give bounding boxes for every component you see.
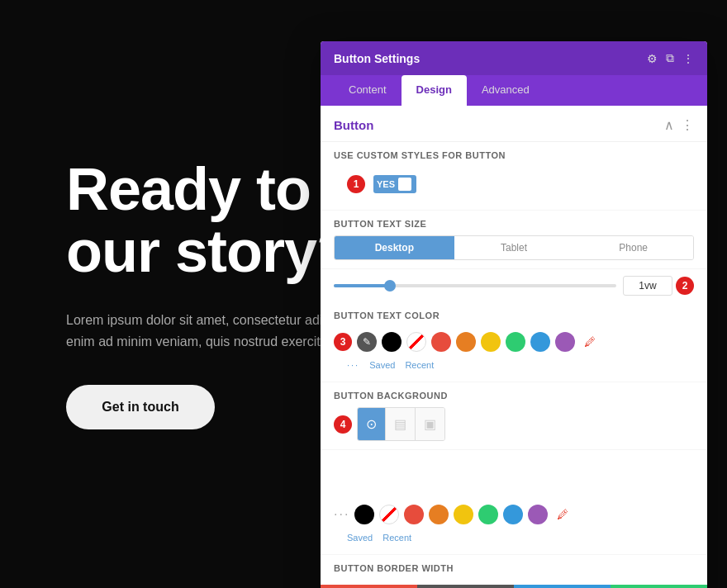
panel-header-icons: ⚙ ⧉ ⋮ (647, 51, 694, 65)
bg-color-swatches-row: ··· 🖉 Saved Recent (321, 450, 707, 555)
bg-color-option[interactable]: ⊙ (358, 408, 386, 440)
bg-gradient-option[interactable]: ▤ (386, 408, 416, 440)
step-badge-1: 1 (347, 175, 365, 193)
saved-label-2[interactable]: Saved (347, 533, 373, 543)
panel-body: Button ∧ ⋮ Use Custom Styles For Button … (321, 106, 707, 585)
border-width-label: Button Border Width (334, 563, 694, 573)
image-icon: ▣ (424, 416, 436, 432)
section-controls: ∧ ⋮ (664, 117, 694, 133)
color-transparent[interactable] (406, 332, 426, 352)
slider-value-box: 1vw 2 (623, 276, 694, 296)
color-green[interactable] (506, 332, 525, 352)
color-black[interactable] (382, 332, 402, 352)
slider-fill (334, 284, 390, 287)
bg-controls: 4 ⊙ ▤ ▣ (334, 407, 694, 441)
panel-title: Button Settings (334, 52, 420, 65)
section-header: Button ∧ ⋮ (321, 106, 707, 142)
bg-color-swatches-wrap: ··· 🖉 (334, 500, 694, 529)
copy-icon[interactable]: ⧉ (666, 51, 674, 65)
save-button[interactable]: ✓ (611, 585, 707, 588)
toggle-row: 1 YES (334, 167, 694, 202)
get-in-touch-button[interactable]: Get in touch (66, 385, 215, 429)
text-size-slider-row: 1vw 2 (321, 269, 707, 302)
bg-label: Button Background (334, 391, 694, 401)
settings-icon[interactable]: ⚙ (647, 52, 658, 65)
cancel-button[interactable]: ✕ (321, 585, 417, 588)
step-badge-2: 2 (676, 277, 694, 295)
bg-color-swatches: 🖉 (354, 500, 573, 529)
device-tab-tablet[interactable]: Tablet (454, 236, 574, 259)
step-badge-3: 3 (334, 333, 352, 351)
color-purple[interactable] (555, 332, 575, 352)
recent-label-2[interactable]: Recent (383, 533, 411, 543)
bg-color-yellow[interactable] (454, 505, 473, 524)
more-dots-1[interactable]: ··· (347, 360, 359, 370)
section-title: Button (334, 118, 373, 132)
custom-styles-row: Use Custom Styles For Button 1 YES (321, 142, 707, 211)
bg-color-black[interactable] (354, 505, 374, 524)
section-more-icon[interactable]: ⋮ (681, 117, 694, 133)
recent-label-1[interactable]: Recent (405, 360, 434, 370)
color-wheel-icon: ⊙ (366, 416, 377, 432)
toggle-switch[interactable]: YES (373, 175, 416, 193)
slider-thumb[interactable] (384, 280, 396, 292)
text-color-label: Button Text Color (334, 311, 694, 320)
saved-recent-bg: Saved Recent (334, 529, 694, 546)
redo-button[interactable]: ↪ (514, 585, 611, 588)
bg-color-blue[interactable] (503, 505, 523, 524)
bg-options: ⊙ ▤ ▣ (357, 407, 445, 441)
tab-content[interactable]: Content (334, 75, 402, 106)
panel-header: Button Settings ⚙ ⧉ ⋮ (321, 41, 707, 75)
bg-picker-icon[interactable]: 🖉 (553, 505, 573, 524)
device-tab-desktop[interactable]: Desktop (335, 236, 454, 259)
button-text-size-row: Button Text Size Desktop Tablet Phone (321, 211, 707, 269)
color-red[interactable] (431, 332, 451, 352)
bg-image-option[interactable]: ▣ (416, 408, 444, 440)
collapse-icon[interactable]: ∧ (664, 117, 674, 133)
color-orange[interactable] (456, 332, 476, 352)
button-background-row: Button Background 4 ⊙ ▤ ▣ (321, 382, 707, 450)
action-bar: ✕ ↩ ↪ ✓ (321, 585, 707, 588)
saved-label-1[interactable]: Saved (369, 360, 395, 370)
panel-tabs: Content Design Advanced (321, 75, 707, 106)
tab-design[interactable]: Design (402, 75, 467, 106)
text-color-controls: 3 ✎ 🖉 (334, 327, 694, 357)
toggle-yes-label: YES (377, 179, 395, 189)
color-blue[interactable] (530, 332, 550, 352)
eyedropper-icon[interactable]: ✎ (357, 332, 377, 352)
device-tabs: Desktop Tablet Phone (334, 235, 694, 260)
bg-color-purple[interactable] (528, 505, 548, 524)
button-text-color-row: Button Text Color 3 ✎ 🖉 (321, 302, 707, 382)
step-badge-4: 4 (334, 415, 352, 434)
color-yellow[interactable] (481, 332, 501, 352)
color-picker-icon[interactable]: 🖉 (580, 332, 600, 352)
custom-styles-label: Use Custom Styles For Button (334, 150, 694, 160)
text-size-value[interactable]: 1vw (623, 276, 672, 296)
device-tab-phone[interactable]: Phone (573, 236, 693, 259)
saved-recent-text-color: ··· Saved Recent (334, 357, 694, 373)
bg-color-transparent[interactable] (379, 505, 399, 524)
toggle-knob (398, 178, 411, 191)
border-width-row: Button Border Width (321, 555, 707, 585)
more-icon[interactable]: ⋮ (682, 52, 694, 65)
more-dots-2[interactable]: ··· (334, 507, 349, 522)
bg-color-red[interactable] (404, 505, 424, 524)
text-color-swatches: 🖉 (382, 327, 600, 357)
undo-button[interactable]: ↩ (417, 585, 514, 588)
bg-color-orange[interactable] (429, 505, 449, 524)
bg-color-green[interactable] (478, 505, 498, 524)
text-size-label: Button Text Size (334, 219, 694, 229)
gradient-icon: ▤ (394, 416, 406, 432)
text-size-slider[interactable] (334, 284, 616, 287)
tab-advanced[interactable]: Advanced (467, 75, 544, 106)
button-settings-panel: Button Settings ⚙ ⧉ ⋮ Content Design Adv… (321, 41, 707, 588)
